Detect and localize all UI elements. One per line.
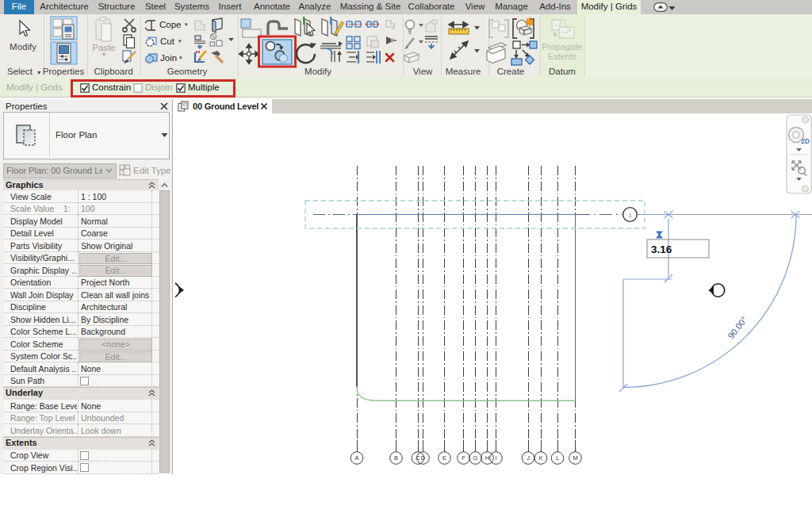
svg-text:M: M bbox=[573, 454, 577, 462]
svg-text:I: I bbox=[495, 454, 496, 462]
svg-text:F: F bbox=[462, 454, 465, 462]
svg-text:E: E bbox=[442, 454, 446, 462]
svg-text:B: B bbox=[394, 454, 398, 462]
svg-text:3.16: 3.16 bbox=[651, 243, 672, 255]
svg-text:L: L bbox=[556, 454, 559, 462]
svg-text:H: H bbox=[485, 454, 489, 462]
svg-text:K: K bbox=[538, 454, 542, 462]
svg-text:G: G bbox=[473, 454, 478, 462]
svg-text:D: D bbox=[421, 454, 426, 462]
svg-text:C: C bbox=[416, 454, 420, 462]
svg-text:1: 1 bbox=[628, 212, 632, 219]
svg-text:2D: 2D bbox=[801, 137, 810, 145]
svg-text:J: J bbox=[527, 454, 530, 462]
svg-text:A: A bbox=[354, 454, 358, 462]
